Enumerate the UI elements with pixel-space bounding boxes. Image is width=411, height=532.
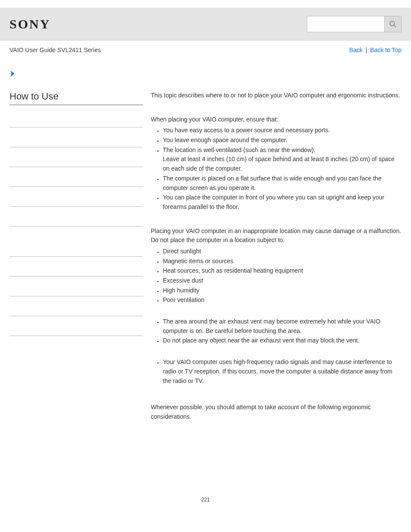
section-list: Direct sunlight Magnetic items or source… xyxy=(151,247,402,305)
sidebar-item[interactable] xyxy=(9,187,143,207)
section-text: Whenever possible, you should attempt to… xyxy=(151,403,402,421)
list-item: Poor ventilation xyxy=(163,296,402,305)
sidebar: How to Use xyxy=(9,91,143,436)
section-list: The area around the air exhaust vent may… xyxy=(151,317,402,345)
list-item: High humidity xyxy=(163,286,402,296)
list-item: Magnetic items or sources xyxy=(163,257,402,266)
back-to-top-link[interactable]: Back to Top xyxy=(370,47,402,53)
chevron-row xyxy=(0,53,411,79)
section-intro: When placing your VAIO computer, ensure … xyxy=(151,115,402,124)
list-item: The area around the air exhaust vent may… xyxy=(163,317,402,336)
sidebar-spacer xyxy=(9,227,143,237)
main-content: How to Use This topic describes where to… xyxy=(0,91,411,436)
sidebar-item[interactable] xyxy=(9,207,143,227)
sidebar-item[interactable] xyxy=(9,147,143,167)
sony-logo: SONY xyxy=(9,17,50,31)
list-item: Excessive dust xyxy=(163,276,402,286)
breadcrumb: VAIO User Guide SVL2411 Series xyxy=(9,47,101,53)
sidebar-item[interactable] xyxy=(9,237,143,257)
list-item: Direct sunlight xyxy=(163,247,402,256)
search-icon xyxy=(389,20,397,28)
sidebar-item[interactable] xyxy=(9,296,143,316)
search-area xyxy=(307,16,402,32)
separator: | xyxy=(366,47,367,53)
sidebar-item[interactable] xyxy=(9,257,143,277)
sidebar-nav xyxy=(9,108,143,336)
section-intro: Placing your VAIO computer in an inappro… xyxy=(151,227,402,245)
sidebar-item[interactable] xyxy=(9,108,143,128)
article-body: This topic describes where to or not to … xyxy=(143,91,402,436)
svg-point-0 xyxy=(390,21,395,26)
sidebar-item[interactable] xyxy=(9,277,143,296)
search-input[interactable] xyxy=(307,16,384,32)
list-item: The location is well-ventilated (such as… xyxy=(163,146,402,174)
sidebar-item[interactable] xyxy=(9,316,143,336)
sidebar-item[interactable] xyxy=(9,128,143,147)
list-item: You leave enough space around the comput… xyxy=(163,136,402,145)
section-list: Your VAIO computer uses high-frequency r… xyxy=(151,358,402,386)
list-item: You have easy access to a power source a… xyxy=(163,126,402,135)
list-item: Heat sources, such as residential heatin… xyxy=(163,266,402,276)
sub-header: VAIO User Guide SVL2411 Series Back | Ba… xyxy=(0,40,411,53)
list-item: Your VAIO computer uses high-frequency r… xyxy=(163,358,402,386)
sidebar-item[interactable] xyxy=(9,167,143,187)
page-number: 221 xyxy=(0,497,411,503)
list-item: The computer is placed on a flat surface… xyxy=(163,174,402,193)
intro-text: This topic describes where to or not to … xyxy=(151,91,402,100)
list-item: You can place the computer in front of y… xyxy=(163,193,402,212)
chevron-right-icon[interactable] xyxy=(10,69,17,79)
sidebar-title: How to Use xyxy=(9,91,143,105)
header-bar: SONY xyxy=(0,8,411,40)
top-links: Back | Back to Top xyxy=(349,47,402,53)
list-item: Do not place any object near the air exh… xyxy=(163,336,402,345)
section-list: You have easy access to a power source a… xyxy=(151,126,402,212)
back-link[interactable]: Back xyxy=(349,47,363,53)
search-button[interactable] xyxy=(384,16,402,32)
svg-line-1 xyxy=(394,25,396,27)
